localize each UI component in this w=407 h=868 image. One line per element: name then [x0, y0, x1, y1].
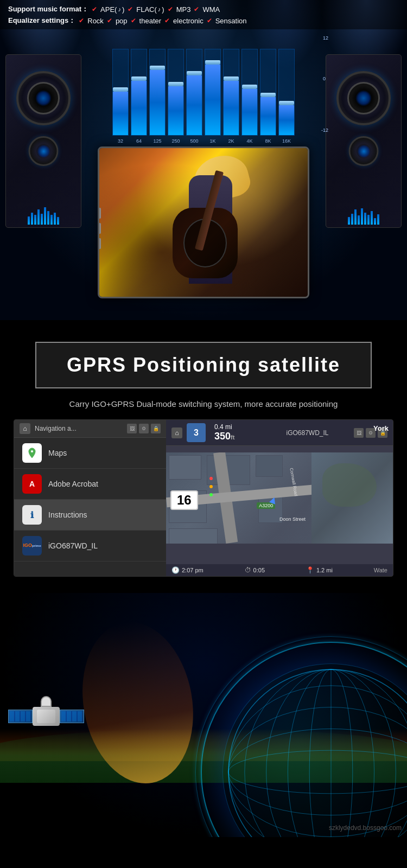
speaker-left [0, 54, 87, 244]
theater-check: ✔ [131, 17, 136, 24]
traffic-yellow [209, 485, 213, 488]
side-btn-3[interactable] [98, 238, 101, 249]
nav-right-header: ⌂ 3 0.4 mi 350ft iGO687WD_IL 🖼 ⚙ 🔒 [166, 420, 393, 446]
feet-unit: ft [231, 434, 234, 441]
nav-item-igo[interactable]: IGO primo iGO687WD_IL [14, 531, 166, 561]
york-label: York [373, 424, 389, 432]
eq-bottom-num: -12 [321, 127, 328, 133]
maps-app-icon [22, 443, 42, 463]
nav-distance-container: 0.4 mi 350ft [210, 423, 282, 442]
eq-band-16k: 16K [278, 49, 295, 144]
flac-note: ♪ [158, 6, 161, 12]
eq-band-250: 250 [168, 49, 184, 144]
mp3-check: ✔ [168, 5, 173, 13]
wma-check: ✔ [194, 5, 199, 13]
acrobat-app-icon: A [22, 474, 42, 494]
footer: szklydedvd.bossgoo.com [329, 824, 402, 832]
electronic-check: ✔ [164, 17, 170, 24]
nav-dist-top: 0.4 mi [214, 423, 278, 431]
nav-bottom-bar: 🕐 2:07 pm ⏱ 0:05 📍 1.2 mi Wate [166, 564, 393, 576]
instructions-app-icon: ℹ [22, 505, 42, 525]
guitar-player-display [99, 148, 308, 297]
speaker-left-cabinet [5, 54, 81, 228]
nav-right-title: iGO687WD_IL [287, 429, 350, 437]
distance-icon: 📍 [306, 566, 314, 574]
eta-duration-value: 0:05 [253, 567, 265, 573]
nav-eta-duration: ⏱ 0:05 [245, 566, 265, 574]
speaker-left-eq [28, 203, 59, 225]
map-building-1 [169, 455, 201, 480]
theater-mode: theater [139, 17, 161, 25]
gps-section: GPRS Positioning satellite Carry IGO+GPR… [0, 320, 407, 593]
nav-item-instructions[interactable]: ℹ Instructions [14, 500, 166, 531]
eq-label-8k: 8K [265, 138, 271, 144]
wma-format: WMA [202, 5, 220, 14]
footer-text: szklydedvd.bossgoo.com [329, 824, 402, 832]
nav-water-label: Wate [374, 567, 387, 573]
pop-mode: pop [116, 17, 128, 25]
ape-note: ♪ [118, 6, 121, 12]
top-info-bar: Support music format： ✔ APE(♪) ✔ FLAC(♪)… [0, 0, 407, 29]
eq-band-125: 125 [149, 49, 166, 144]
screen-side-buttons [98, 208, 101, 249]
nav-right-panel: ⌂ 3 0.4 mi 350ft iGO687WD_IL 🖼 ⚙ 🔒 [166, 420, 393, 576]
speaker-left-body [0, 54, 87, 244]
tweeter-right [349, 136, 379, 166]
street-number-display: 16 [170, 490, 198, 510]
eq-label-32: 32 [118, 138, 123, 144]
support-label: Support music format： [8, 4, 88, 14]
eq-zero: 0 [323, 76, 326, 81]
nav-left-panel: ⌂ Navigation a... 🖼 ⚙ 🔒 Maps [14, 420, 166, 576]
nav-header-icons: 🖼 ⚙ 🔒 [127, 424, 161, 433]
woofer-right-large [336, 71, 391, 125]
nav-home-icon[interactable]: ⌂ [20, 423, 30, 434]
speaker-right [320, 54, 407, 244]
eq-label-64: 64 [136, 138, 142, 144]
nav-right-pic-icon[interactable]: 🖼 [354, 428, 364, 438]
rock-check: ✔ [79, 17, 84, 24]
speaker-right-cabinet [326, 54, 402, 228]
gps-subtitle: Carry IGO+GPRS Dual-mode switching syste… [11, 399, 396, 409]
equalizer-row: Equalizer settings： ✔ Rock ✔ pop ✔ theat… [8, 16, 399, 25]
world-map-side [311, 452, 393, 544]
nav-eta-time: 🕐 2:07 pm [171, 566, 204, 574]
nav-icon-lock[interactable]: 🔒 [151, 424, 161, 433]
eq-band-500: 500 [186, 49, 202, 144]
nav-icon-settings[interactable]: ⚙ [139, 424, 149, 433]
side-btn-2[interactable] [98, 223, 101, 234]
solar-panel-right [60, 710, 84, 723]
pop-check: ✔ [107, 17, 112, 24]
nav-left-header: ⌂ Navigation a... 🖼 ⚙ 🔒 [14, 420, 166, 438]
satellite [11, 691, 81, 745]
turn-number: 3 [194, 428, 199, 438]
nav-feet-display: 350ft [214, 431, 278, 442]
world-map-content [311, 452, 393, 544]
nav-right-home-icon[interactable]: ⌂ [171, 427, 182, 438]
nav-item-maps[interactable]: Maps [14, 438, 166, 469]
igo-app-label: iGO687WD_IL [48, 541, 98, 550]
side-btn-1[interactable] [98, 208, 101, 219]
doon-street-label: Doon Street [279, 516, 306, 522]
nav-mockup: ⌂ Navigation a... 🖼 ⚙ 🔒 Maps [14, 419, 393, 577]
nav-item-acrobat[interactable]: A Adobe Acrobat [14, 469, 166, 500]
satellite-main-body [33, 707, 60, 726]
map-view: Cornwall Road A3200 Doon Street ▲ 16 [166, 452, 393, 544]
format-row: Support music format： ✔ APE(♪) ✔ FLAC(♪)… [8, 4, 399, 14]
satellite-dish [41, 696, 52, 707]
ape-format: APE(♪) [100, 5, 124, 14]
tweeter [29, 136, 59, 166]
nav-icon-pic[interactable]: 🖼 [127, 424, 137, 433]
eq-band-2k: 2K [223, 49, 239, 144]
traffic-green [209, 493, 213, 496]
eq-label-125: 125 [153, 138, 161, 144]
acrobat-app-label: Adobe Acrobat [48, 480, 98, 488]
eq-label-250: 250 [171, 138, 180, 144]
eta-time-value: 2:07 pm [182, 567, 204, 573]
satellite-section: szklydedvd.bossgoo.com [0, 593, 407, 837]
eq-label-2k: 2K [228, 138, 234, 144]
eq-band-1k: 1K [205, 49, 221, 144]
eq-label-16k: 16K [282, 138, 291, 144]
music-section: Support music format： ✔ APE(♪) ✔ FLAC(♪)… [0, 0, 407, 320]
maps-app-label: Maps [48, 449, 67, 457]
gps-title-box: GPRS Positioning satellite [35, 342, 372, 388]
